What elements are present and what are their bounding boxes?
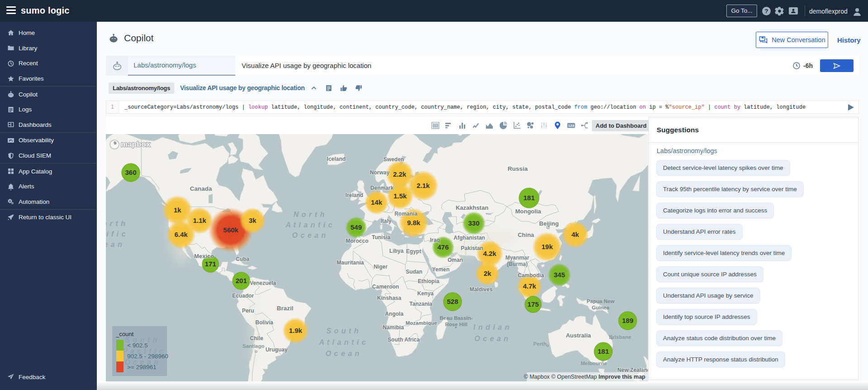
svg-text:S o u t h: S o u t h xyxy=(326,327,359,335)
svg-text:Venezuela: Venezuela xyxy=(250,280,276,286)
svg-text:Myanmar: Myanmar xyxy=(506,255,529,261)
svg-text:e a n: e a n xyxy=(106,241,123,248)
svg-text:?: ? xyxy=(764,8,768,14)
svg-text:Maldives: Maldives xyxy=(470,286,493,293)
svg-text:>= 298961: >= 298961 xyxy=(127,364,157,371)
svg-text:Russia: Russia xyxy=(508,165,528,172)
svg-text:Pakistan: Pakistan xyxy=(461,245,483,251)
svg-text:Mauritania: Mauritania xyxy=(337,260,364,266)
svg-text:19k: 19k xyxy=(541,243,553,250)
svg-text:Afghanistan: Afghanistan xyxy=(453,235,485,241)
svg-text:< 902.5: < 902.5 xyxy=(127,342,148,349)
svg-text:Brazil: Brazil xyxy=(277,305,294,312)
svg-text:175: 175 xyxy=(527,300,539,308)
svg-text:123: 123 xyxy=(568,124,574,128)
svg-text:o r t h: o r t h xyxy=(106,220,126,227)
svg-text:345: 345 xyxy=(553,271,565,279)
svg-text:Yemen: Yemen xyxy=(432,266,450,273)
svg-text:Ethiopia: Ethiopia xyxy=(418,278,439,284)
svg-text:Santiago: Santiago xyxy=(243,343,265,349)
svg-text:2.1k: 2.1k xyxy=(416,182,430,189)
svg-text:Norway: Norway xyxy=(370,169,390,176)
svg-text:(Burma): (Burma) xyxy=(507,261,528,267)
svg-text:A t l a n t i c: A t l a n t i c xyxy=(285,221,333,229)
svg-text:181: 181 xyxy=(523,194,534,202)
svg-text:2.2k: 2.2k xyxy=(393,170,406,178)
svg-text:Oman: Oman xyxy=(448,257,463,263)
svg-text:Namibia: Namibia xyxy=(383,324,404,331)
svg-text:Ireland: Ireland xyxy=(345,192,363,198)
svg-text:© Mapbox © OpenStreetMap Impro: © Mapbox © OpenStreetMap Improve this ma… xyxy=(524,374,645,380)
svg-text:Cameroon: Cameroon xyxy=(372,284,399,290)
svg-text:New Zealand: New Zealand xyxy=(617,367,648,373)
svg-text:Australia: Australia xyxy=(566,332,591,339)
svg-text:Cambodia: Cambodia xyxy=(518,272,544,279)
svg-text:Mozambique: Mozambique xyxy=(405,320,437,326)
svg-text:Peru: Peru xyxy=(242,308,254,314)
svg-text:Kenya: Kenya xyxy=(417,290,434,297)
svg-text:Denmark: Denmark xyxy=(370,185,394,191)
svg-text:4.7k: 4.7k xyxy=(523,282,536,290)
svg-text:China: China xyxy=(518,231,534,238)
svg-text:6.4k: 6.4k xyxy=(174,231,188,238)
svg-text:South Africa: South Africa xyxy=(388,337,420,343)
svg-text:549: 549 xyxy=(350,223,362,231)
svg-text:Mongolia: Mongolia xyxy=(515,208,541,215)
svg-text:2k: 2k xyxy=(484,270,491,277)
svg-text:Chile: Chile xyxy=(250,335,263,342)
svg-text:O c e a n: O c e a n xyxy=(474,335,509,342)
svg-text:Sweden: Sweden xyxy=(383,156,404,163)
svg-text:Rose Hill: Rose Hill xyxy=(445,322,467,327)
svg-text:Bolivia: Bolivia xyxy=(255,319,273,326)
svg-text:560k: 560k xyxy=(223,226,238,234)
svg-text:1k: 1k xyxy=(174,206,181,214)
svg-text:360: 360 xyxy=(125,169,136,176)
svg-text:9.8k: 9.8k xyxy=(407,219,420,226)
svg-text:Beau Bassin-: Beau Bassin- xyxy=(440,315,473,321)
svg-text:Iraq: Iraq xyxy=(430,237,440,243)
svg-text:330: 330 xyxy=(468,219,479,227)
svg-text:Papua New: Papua New xyxy=(587,299,614,304)
svg-text:Cuba: Cuba xyxy=(236,256,249,262)
svg-text:Iceland: Iceland xyxy=(327,156,345,162)
svg-text:Italy: Italy xyxy=(381,218,391,224)
svg-text:Beijing: Beijing xyxy=(539,220,558,227)
svg-text:Libya: Libya xyxy=(389,248,404,254)
svg-text:Guinea: Guinea xyxy=(592,305,610,310)
svg-text:Tunisia: Tunisia xyxy=(372,234,390,241)
svg-text:Egypt: Egypt xyxy=(406,248,421,255)
svg-text:171: 171 xyxy=(205,260,216,268)
svg-text:1.1k: 1.1k xyxy=(193,217,206,224)
svg-text:Romania: Romania xyxy=(395,211,418,217)
svg-text:181: 181 xyxy=(597,347,609,355)
svg-text:c i f i c: c i f i c xyxy=(106,230,126,238)
svg-text:O c e a n: O c e a n xyxy=(325,350,360,357)
svg-text:4k: 4k xyxy=(572,231,579,238)
svg-text:Uruguay: Uruguay xyxy=(266,347,288,353)
svg-text:1.5k: 1.5k xyxy=(393,192,407,200)
svg-text:Canada: Canada xyxy=(190,185,212,192)
svg-text:14k: 14k xyxy=(371,198,382,206)
svg-text:528: 528 xyxy=(447,298,458,305)
svg-text:O c e a n: O c e a n xyxy=(292,231,326,239)
svg-text:Kinshasa: Kinshasa xyxy=(377,295,401,301)
svg-text:A t l a n t i c: A t l a n t i c xyxy=(319,338,366,346)
svg-text:Sudan: Sudan xyxy=(406,269,423,275)
svg-text:Perth: Perth xyxy=(533,341,546,347)
svg-text:I n d i a n: I n d i a n xyxy=(473,323,510,331)
svg-text:_count: _count xyxy=(115,331,134,337)
svg-text:201: 201 xyxy=(235,277,247,284)
svg-text:Angola: Angola xyxy=(385,311,404,317)
svg-text:4.2k: 4.2k xyxy=(483,250,496,257)
svg-text:Kazakhstan: Kazakhstan xyxy=(456,204,488,211)
svg-text:Morocco: Morocco xyxy=(346,238,368,244)
svg-text:3k: 3k xyxy=(249,217,257,224)
svg-text:Ecuador: Ecuador xyxy=(232,293,254,299)
svg-text:N o r t h: N o r t h xyxy=(293,211,324,218)
svg-text:Mexico: Mexico xyxy=(194,253,214,260)
svg-text:476: 476 xyxy=(437,243,448,251)
svg-text:Tanzania: Tanzania xyxy=(410,301,433,307)
svg-text:Niger: Niger xyxy=(374,264,388,270)
svg-text:1.9k: 1.9k xyxy=(289,327,302,334)
svg-text:mapbox: mapbox xyxy=(121,140,151,149)
